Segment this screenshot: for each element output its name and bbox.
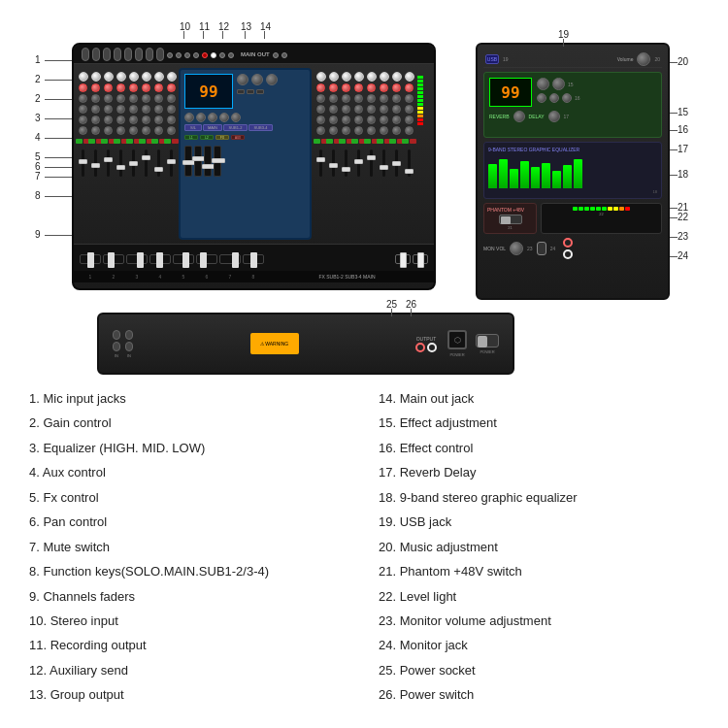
right-annot-16: 16 [678, 124, 688, 135]
item-18: 18. 9-band stereo graphic equalizer [379, 487, 699, 508]
left-annot-2a: 2 [35, 74, 41, 84]
item-4: 4. Aux control [29, 462, 349, 482]
item-15: 15. Effect adjustment [379, 413, 699, 433]
right-annot-20: 20 [678, 56, 688, 67]
item-3: 3. Equalizer (HIGH. MID. LOW) [29, 438, 349, 458]
item-1: 1. Mic input jacks [29, 388, 349, 409]
right-annot-23: 23 [678, 231, 688, 242]
item-6: 6. Pan control [29, 512, 349, 532]
item-21: 21. Phantom +48V switch [379, 561, 699, 581]
item-2: 2. Gain control [29, 413, 349, 433]
item-12: 12. Auxiliary send [29, 660, 349, 680]
top-num-13: 13 [241, 21, 251, 32]
rear-panel: IN IN ⚠ WARNING OUTPUT ⬡ POWER [97, 313, 514, 375]
main-mixer: MAIN OUT [72, 43, 436, 290]
item-13: 13. Group output [29, 684, 349, 705]
items-list: 1. Mic input jacks 14. Main out jack 2. … [29, 388, 699, 706]
left-annot-4: 4 [35, 132, 41, 143]
left-annot-7: 7 [35, 171, 41, 182]
item-19: 19. USB jack [379, 512, 699, 532]
left-annot-1: 1 [35, 54, 41, 65]
item-26: 26. Power switch [379, 684, 699, 705]
item-14: 14. Main out jack [379, 388, 699, 409]
item-8: 8. Function keys(SOLO.MAIN.SUB1-2/3-4) [29, 561, 349, 581]
item-17: 17. Reverb Delay [379, 462, 699, 482]
right-panel: USB 19 Volume 20 99 15 [476, 43, 670, 300]
right-annot-24: 24 [678, 250, 688, 261]
display-screen: 99 [184, 74, 233, 109]
item-22: 22. Level light [379, 586, 699, 607]
left-annot-8: 8 [35, 190, 41, 201]
item-10: 10. Stereo input [29, 611, 349, 631]
left-annot-2b: 2 [35, 93, 41, 104]
item-5: 5. Fx control [29, 487, 349, 508]
right-annot-17: 17 [678, 144, 688, 154]
top-num-12: 12 [218, 21, 229, 32]
right-annot-22: 22 [678, 212, 688, 222]
item-23: 23. Monitor volume adjustment [379, 611, 699, 631]
item-24: 24. Monitor jack [379, 635, 699, 655]
item-25: 25. Power socket [379, 660, 699, 680]
item-20: 20. Music adjustment [379, 537, 699, 557]
right-annot-18: 18 [678, 169, 688, 180]
item-7: 7. Mute switch [29, 537, 349, 557]
item-11: 11. Recording output [29, 635, 349, 655]
left-annot-9: 9 [35, 229, 41, 240]
top-num-11: 11 [199, 21, 210, 32]
left-annot-3: 3 [35, 113, 41, 123]
top-num-14: 14 [260, 21, 271, 32]
right-annot-15: 15 [678, 107, 688, 117]
item-9: 9. Channels faders [29, 586, 349, 607]
item-16: 16. Effect control [379, 438, 699, 458]
top-num-10: 10 [180, 21, 190, 32]
